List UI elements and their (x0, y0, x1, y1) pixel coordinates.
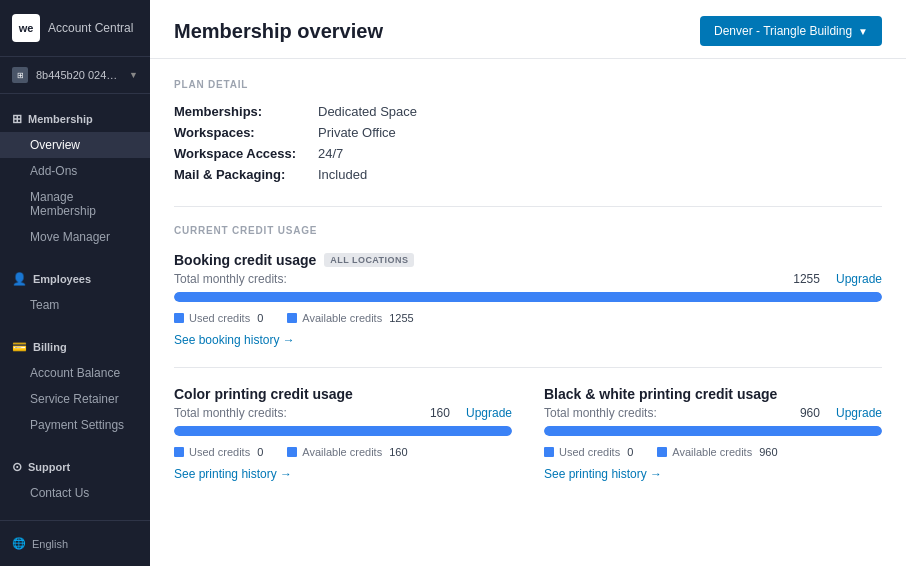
location-chevron-icon: ▼ (858, 26, 868, 37)
booking-history-link[interactable]: See booking history → (174, 333, 295, 347)
sidebar-item-move-manager[interactable]: Move Manager (0, 224, 150, 250)
sidebar-logo-text: Account Central (48, 21, 133, 35)
all-locations-badge: ALL LOCATIONS (324, 253, 414, 267)
plan-val-memberships: Dedicated Space (318, 104, 417, 119)
page-title: Membership overview (174, 20, 383, 43)
booking-available-legend: Available credits 1255 (287, 312, 413, 324)
sidebar-bottom: 🌐 English (0, 520, 150, 566)
color-available-legend: Available credits 160 (287, 446, 407, 458)
bw-upgrade-link[interactable]: Upgrade (836, 406, 882, 420)
bw-available-value: 960 (759, 446, 777, 458)
main-content-area: Membership overview Denver - Triangle Bu… (150, 0, 906, 566)
booking-credit-title: Booking credit usage ALL LOCATIONS (174, 252, 882, 268)
language-selector[interactable]: 🌐 English (0, 531, 150, 556)
plan-row-workspaces: Workspaces: Private Office (174, 125, 882, 140)
plan-row-memberships: Memberships: Dedicated Space (174, 104, 882, 119)
plan-val-workspaces: Private Office (318, 125, 396, 140)
booking-available-dot (287, 313, 297, 323)
color-used-value: 0 (257, 446, 263, 458)
color-row-right: 160 Upgrade (430, 406, 512, 420)
location-button[interactable]: Denver - Triangle Building ▼ (700, 16, 882, 46)
color-credit-title-text: Color printing credit usage (174, 386, 353, 402)
sidebar-section-billing-header[interactable]: 💳 Billing (0, 334, 150, 360)
sidebar-item-manage-membership[interactable]: Manage Membership (0, 184, 150, 224)
plan-val-mail: Included (318, 167, 367, 182)
booking-used-dot (174, 313, 184, 323)
bw-total-label: Total monthly credits: (544, 406, 657, 420)
sidebar: we Account Central ⊞ 8b445b20 0242ac1...… (0, 0, 150, 566)
billing-icon: 💳 (12, 340, 27, 354)
account-id-text: 8b445b20 0242ac1... (36, 69, 121, 81)
sidebar-section-employees-header[interactable]: 👤 Employees (0, 266, 150, 292)
plan-key-memberships: Memberships: (174, 104, 314, 119)
account-grid-icon: ⊞ (12, 67, 28, 83)
sidebar-section-membership-header[interactable]: ⊞ Membership (0, 106, 150, 132)
main-body: PLAN DETAIL Memberships: Dedicated Space… (150, 59, 906, 566)
plan-key-workspace-access: Workspace Access: (174, 146, 314, 161)
sidebar-logo: we Account Central (0, 0, 150, 57)
bw-credit-row: Total monthly credits: 960 Upgrade (544, 406, 882, 420)
sidebar-item-account-balance[interactable]: Account Balance (0, 360, 150, 386)
color-available-value: 160 (389, 446, 407, 458)
color-used-dot (174, 447, 184, 457)
location-label: Denver - Triangle Building (714, 24, 852, 38)
color-used-legend: Used credits 0 (174, 446, 263, 458)
booking-credit-row: Total monthly credits: 1255 Upgrade (174, 272, 882, 286)
plan-detail-label: PLAN DETAIL (174, 79, 882, 90)
divider-2 (174, 367, 882, 368)
sidebar-item-addons[interactable]: Add-Ons (0, 158, 150, 184)
booking-progress-bar-fill (174, 292, 882, 302)
sidebar-item-service-retainer[interactable]: Service Retainer (0, 386, 150, 412)
booking-used-label: Used credits (189, 312, 250, 324)
plan-key-mail: Mail & Packaging: (174, 167, 314, 182)
sidebar-section-employees: 👤 Employees Team (0, 254, 150, 322)
color-used-label: Used credits (189, 446, 250, 458)
bw-credit-title: Black & white printing credit usage (544, 386, 882, 402)
sidebar-section-membership: ⊞ Membership Overview Add-Ons Manage Mem… (0, 94, 150, 254)
sidebar-section-support-header[interactable]: ⊙ Support (0, 454, 150, 480)
sidebar-item-payment-settings[interactable]: Payment Settings (0, 412, 150, 438)
account-selector[interactable]: ⊞ 8b445b20 0242ac1... ▼ (0, 57, 150, 94)
language-label: English (32, 538, 68, 550)
sidebar-section-support-label: Support (28, 461, 70, 473)
account-chevron-icon: ▼ (129, 70, 138, 80)
color-progress-bar-bg (174, 426, 512, 436)
employees-icon: 👤 (12, 272, 27, 286)
color-credit-title: Color printing credit usage (174, 386, 512, 402)
booking-row-right: 1255 Upgrade (793, 272, 882, 286)
plan-key-workspaces: Workspaces: (174, 125, 314, 140)
divider (174, 206, 882, 207)
color-progress-bar-fill (174, 426, 512, 436)
color-credit-block: Color printing credit usage Total monthl… (174, 386, 512, 481)
booking-used-legend: Used credits 0 (174, 312, 263, 324)
sidebar-item-team[interactable]: Team (0, 292, 150, 318)
booking-credit-block: Booking credit usage ALL LOCATIONS Total… (174, 252, 882, 347)
sidebar-item-contact-us[interactable]: Contact Us (0, 480, 150, 506)
bw-used-value: 0 (627, 446, 633, 458)
booking-used-value: 0 (257, 312, 263, 324)
bw-credit-title-text: Black & white printing credit usage (544, 386, 777, 402)
bw-used-dot (544, 447, 554, 457)
bw-total-amount: 960 (800, 406, 820, 420)
color-upgrade-link[interactable]: Upgrade (466, 406, 512, 420)
color-history-link[interactable]: See printing history → (174, 467, 292, 481)
color-available-label: Available credits (302, 446, 382, 458)
plan-detail-grid: Memberships: Dedicated Space Workspaces:… (174, 104, 882, 182)
booking-upgrade-link[interactable]: Upgrade (836, 272, 882, 286)
bw-legend-row: Used credits 0 Available credits 960 (544, 446, 882, 458)
color-legend-row: Used credits 0 Available credits 160 (174, 446, 512, 458)
sidebar-item-overview[interactable]: Overview (0, 132, 150, 158)
color-total-label: Total monthly credits: (174, 406, 287, 420)
booking-available-value: 1255 (389, 312, 413, 324)
booking-total-label: Total monthly credits: (174, 272, 287, 286)
credit-usage-label: CURRENT CREDIT USAGE (174, 225, 882, 236)
plan-row-mail: Mail & Packaging: Included (174, 167, 882, 182)
bw-history-link[interactable]: See printing history → (544, 467, 662, 481)
sidebar-section-membership-label: Membership (28, 113, 93, 125)
bw-used-label: Used credits (559, 446, 620, 458)
bw-available-legend: Available credits 960 (657, 446, 777, 458)
bw-credit-block: Black & white printing credit usage Tota… (544, 386, 882, 481)
plan-val-workspace-access: 24/7 (318, 146, 343, 161)
bw-available-label: Available credits (672, 446, 752, 458)
sidebar-section-employees-label: Employees (33, 273, 91, 285)
